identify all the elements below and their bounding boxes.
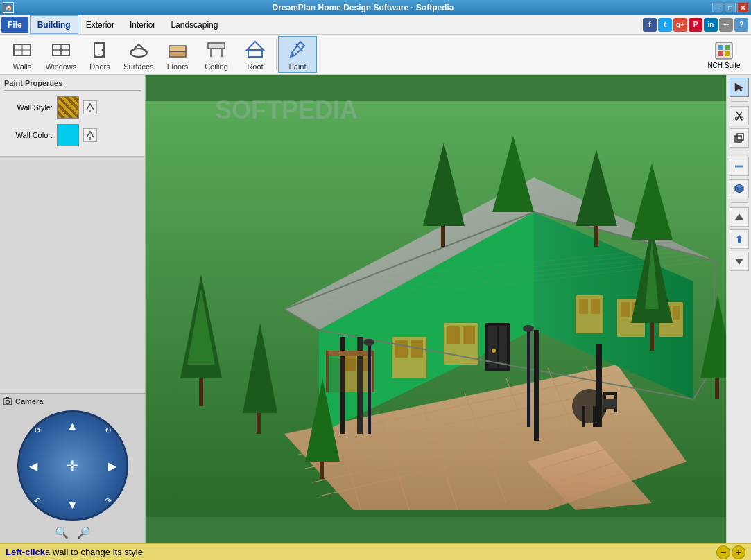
social-pinterest[interactable]: P [689,18,702,32]
social-linkedin[interactable]: in [704,18,718,32]
svg-rect-119 [737,134,743,140]
help-button[interactable]: ? [734,18,748,32]
wall-color-picker[interactable] [83,128,97,142]
social-google[interactable]: g+ [673,18,687,32]
svg-marker-113 [735,83,743,91]
right-toolbar-separator-3 [731,202,748,203]
windows-label: Windows [46,62,77,71]
svg-rect-48 [591,299,600,314]
svg-rect-109 [368,344,371,434]
toolbar-windows[interactable]: Windows [42,36,80,73]
status-hint-bold: Left-click [6,547,45,557]
wall-style-picker[interactable] [83,100,97,114]
svg-rect-25 [6,397,9,399]
svg-rect-95 [257,413,261,434]
svg-point-110 [363,339,374,346]
move-up-button[interactable] [730,229,749,249]
social-twitter[interactable]: t [658,18,672,32]
right-toolbar [726,75,751,543]
menu-landscaping[interactable]: Landscaping [163,15,225,34]
svg-rect-93 [199,378,203,406]
cube-tool-button[interactable] [730,179,749,198]
social-more[interactable]: ··· [719,18,733,32]
left-panel: Paint Properties Wall Style: Wall Color: [0,75,146,543]
restore-button[interactable]: □ [725,3,736,12]
zoom-out-button[interactable]: 🔍 [53,524,70,541]
camera-right-button[interactable]: ▶ [104,457,121,474]
camera-rotate-bl-button[interactable]: ↶ [29,493,46,509]
svg-marker-123 [735,213,743,220]
wall-style-swatch[interactable] [57,96,79,119]
copy-button[interactable] [730,128,749,148]
wall-style-row: Wall Style: [4,96,141,119]
svg-rect-17 [716,42,732,59]
paint-label: Paint [288,62,306,71]
svg-rect-18 [718,45,723,50]
zoom-in-button[interactable]: 🔎 [76,524,92,541]
svg-rect-9 [169,51,186,57]
ceiling-icon [205,39,227,61]
nch-suite-button[interactable]: NCH Suite [700,36,748,73]
wall-color-label: Wall Color: [4,131,53,139]
camera-rotate-left-button[interactable]: ↺ [29,422,46,439]
camera-center-button[interactable]: ✛ [64,457,81,474]
camera-left-button[interactable]: ◀ [25,457,42,474]
camera-title: Camera [3,396,142,406]
close-button[interactable]: ✕ [737,3,748,12]
cut-button[interactable] [730,106,749,125]
camera-icon [3,396,12,406]
social-facebook[interactable]: f [643,18,657,32]
paint-icon [286,39,309,61]
paint-properties-panel: Paint Properties Wall Style: Wall Color: [0,75,145,157]
main-area: Paint Properties Wall Style: Wall Color: [0,75,751,543]
menu-file[interactable]: File [1,17,28,33]
svg-marker-14 [247,42,264,50]
status-zoom-in-button[interactable]: + [732,545,745,559]
line-tool-button[interactable] [730,157,749,176]
statusbar: Left-click a wall to change its style − … [0,543,751,560]
svg-marker-124 [736,235,743,243]
select-tool-button[interactable] [730,78,749,97]
toolbar-group: Walls Windows Doors Surfaces [3,36,317,73]
camera-rotate-right-button[interactable]: ↻ [100,422,116,439]
toolbar-paint[interactable]: Paint [278,36,317,73]
wall-color-row: Wall Color: [4,124,141,146]
camera-down-button[interactable]: ▼ [64,497,81,514]
svg-rect-21 [725,51,730,56]
toolbar-floors[interactable]: Floors [158,36,197,73]
svg-rect-50 [621,302,630,317]
toolbar-surfaces[interactable]: Surfaces [119,36,158,73]
toolbar-doors[interactable]: Doors [80,36,119,73]
3d-viewport[interactable]: SOFTPEDIA [146,75,726,543]
svg-rect-87 [326,351,374,356]
zoom-row: 🔍 🔎 [53,524,92,541]
svg-rect-20 [718,51,723,56]
scroll-down-arrow[interactable] [730,252,749,271]
toolbar-walls[interactable]: Walls [3,36,42,73]
toolbar-ceiling[interactable]: Ceiling [197,36,236,73]
svg-rect-111 [527,330,530,427]
svg-point-80 [572,389,607,423]
floors-icon [166,39,189,61]
status-zoom-out-button[interactable]: − [716,545,730,559]
right-toolbar-separator-2 [731,152,748,152]
svg-rect-81 [582,406,585,427]
svg-rect-104 [441,226,445,247]
scroll-up-arrow[interactable] [730,207,749,227]
svg-point-26 [6,401,10,404]
toolbar-roof[interactable]: Roof [236,36,275,73]
menu-interior[interactable]: Interior [122,15,163,34]
svg-rect-83 [603,392,617,395]
minimize-button[interactable]: ─ [712,3,723,12]
svg-rect-100 [650,323,654,351]
camera-up-button[interactable]: ▲ [64,418,81,435]
camera-dial[interactable]: ▲ ▼ ◀ ▶ ✛ ↺ ↻ ↶ ↷ [17,410,128,521]
menu-exterior[interactable]: Exterior [78,15,122,34]
menu-building[interactable]: Building [30,15,78,34]
titlebar-controls: ─ □ ✕ [712,3,748,12]
wall-color-swatch[interactable] [57,124,79,146]
app-icon: 🏠 [3,2,14,13]
svg-rect-54 [673,306,680,320]
camera-rotate-br-button[interactable]: ↷ [100,493,116,509]
nch-suite-label: NCH Suite [707,62,740,69]
